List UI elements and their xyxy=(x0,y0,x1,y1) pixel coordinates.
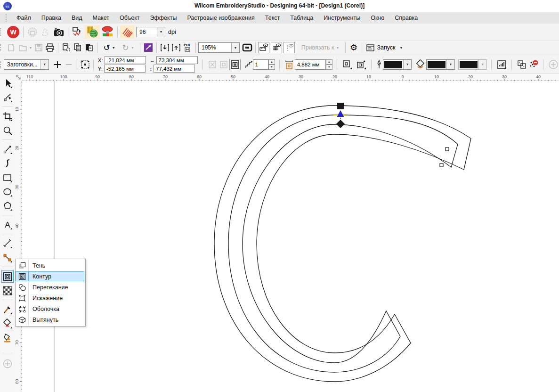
publish-pdf-button[interactable]: PDF xyxy=(182,42,193,53)
menu-text[interactable]: Текст xyxy=(260,12,285,24)
open-dropdown-arrow[interactable]: ▼ xyxy=(29,46,32,49)
horizontal-ruler[interactable]: 110100908070605040302010010203040 xyxy=(22,74,559,81)
contour-start-handle[interactable] xyxy=(337,103,344,109)
copy-button[interactable] xyxy=(72,42,83,53)
dpi-combobox[interactable]: 96 ▼ xyxy=(136,27,165,37)
presets-combobox[interactable]: Заготовки... ▼ xyxy=(4,59,49,70)
menu-effects[interactable]: Эффекты xyxy=(145,12,182,24)
property-bar-grip[interactable] xyxy=(0,61,2,68)
zoom-dropdown-arrow[interactable]: ▼ xyxy=(231,43,239,52)
tool-eyedropper[interactable] xyxy=(1,303,14,316)
tool-crop[interactable] xyxy=(1,110,14,122)
contour-steps-field[interactable]: 1 xyxy=(253,59,269,70)
launch-arrow[interactable]: ▼ xyxy=(400,46,403,49)
tool-freehand[interactable] xyxy=(1,143,14,155)
path-node-2[interactable] xyxy=(440,163,443,167)
outline-color-arrow[interactable]: ▼ xyxy=(403,60,411,69)
color-accent-button[interactable] xyxy=(143,42,154,53)
object-origin-button[interactable] xyxy=(80,59,91,70)
save-button[interactable] xyxy=(33,42,44,53)
x-position-field[interactable]: -21,824 мм xyxy=(105,56,146,64)
offset-down-arrow[interactable]: ▼ xyxy=(326,65,332,70)
tool-rectangle[interactable] xyxy=(1,171,14,184)
tool-polygon[interactable] xyxy=(1,199,14,212)
tool-fill[interactable] xyxy=(1,317,14,330)
flyout-item-shadow[interactable]: Тень xyxy=(16,260,85,271)
drawing-canvas[interactable] xyxy=(22,81,559,392)
object-height-field[interactable]: 77,432 мм xyxy=(154,65,195,73)
paste-special-button[interactable] xyxy=(61,42,72,53)
open-button[interactable]: ▼ xyxy=(17,42,33,53)
y-position-field[interactable]: -52,165 мм xyxy=(104,65,146,73)
tool-shape[interactable] xyxy=(1,91,14,104)
outline-color-swatch[interactable]: ▼ xyxy=(383,59,412,70)
object-width-field[interactable]: 73,304 мм xyxy=(156,56,198,64)
offset-direction-button[interactable] xyxy=(356,59,367,70)
bitmap-hatch-toggle[interactable] xyxy=(120,25,134,39)
contour-end-handle[interactable] xyxy=(336,120,345,128)
tool-transparency[interactable] xyxy=(1,284,14,297)
flyout-item-contour[interactable]: Контур xyxy=(16,271,85,282)
menu-help[interactable]: Справка xyxy=(389,12,423,24)
show-rulers-toggle[interactable] xyxy=(258,42,269,53)
fill-color-swatch[interactable]: ▼ xyxy=(426,59,455,70)
flyout-item-envelope[interactable]: Оболочка xyxy=(16,303,85,314)
digitize-shape-button[interactable] xyxy=(39,25,52,39)
machine-button[interactable] xyxy=(100,25,115,39)
flyout-item-blend[interactable]: Перетекание xyxy=(16,282,85,293)
clear-contour-button[interactable] xyxy=(527,59,539,70)
object-acceleration-button[interactable] xyxy=(496,59,507,70)
outside-contour-button[interactable] xyxy=(229,59,241,70)
c-letter-contour[interactable] xyxy=(228,115,458,372)
standard-toolbar-grip[interactable] xyxy=(0,44,2,51)
menu-view[interactable]: Вид xyxy=(66,12,88,24)
hoop-button[interactable] xyxy=(26,25,39,39)
corner-style-button[interactable] xyxy=(341,59,353,70)
steps-up-arrow[interactable]: ▲ xyxy=(268,59,275,65)
contour-offset-field[interactable]: 4,882 мм xyxy=(295,59,326,70)
tool-ellipse[interactable] xyxy=(1,185,14,198)
wilcom-toolbar-grip[interactable] xyxy=(0,28,2,36)
menu-table[interactable]: Таблица xyxy=(285,12,318,24)
copy-contour-properties-button[interactable] xyxy=(516,59,527,70)
ruler-origin-corner[interactable] xyxy=(15,74,22,81)
flyout-item-extrude[interactable]: Вытянуть xyxy=(16,314,85,325)
tool-pick[interactable] xyxy=(1,77,14,90)
show-guidelines-toggle[interactable] xyxy=(284,42,295,53)
wilcom-workspace-button[interactable]: W xyxy=(6,25,21,39)
convert-design-button[interactable] xyxy=(71,25,85,39)
presets-arrow[interactable]: ▼ xyxy=(41,60,49,69)
flyout-item-distort[interactable]: Искажение xyxy=(16,293,85,303)
print-button[interactable] xyxy=(44,42,56,53)
show-stitches-toggle[interactable] xyxy=(85,25,100,39)
menu-layout[interactable]: Макет xyxy=(88,12,114,24)
undo-button[interactable]: ↺ ▼ xyxy=(100,42,119,53)
tool-connector[interactable] xyxy=(1,251,14,264)
tool-smart-fill[interactable] xyxy=(1,331,14,344)
steps-down-arrow[interactable]: ▼ xyxy=(268,65,275,70)
paste-button[interactable] xyxy=(83,42,95,53)
menu-window[interactable]: Окно xyxy=(365,12,389,24)
contour-steps-spinner[interactable]: ▲▼ xyxy=(268,59,275,70)
contour-offset-spinner[interactable]: ▲▼ xyxy=(326,59,332,70)
path-node-1[interactable] xyxy=(446,147,449,151)
show-grid-toggle[interactable] xyxy=(271,42,282,53)
add-preset-button[interactable] xyxy=(52,59,63,70)
c-letter-outline[interactable] xyxy=(214,106,471,382)
tool-dimension[interactable] xyxy=(1,237,14,250)
offset-up-arrow[interactable]: ▲ xyxy=(326,59,332,65)
capture-button[interactable] xyxy=(52,25,65,39)
export-button[interactable] xyxy=(170,42,182,53)
undo-dropdown-arrow[interactable]: ▼ xyxy=(112,46,115,49)
menu-bitmaps[interactable]: Растровые изображения xyxy=(182,12,259,24)
zoom-level-combobox[interactable]: 195% ▼ xyxy=(198,42,240,53)
tool-contour[interactable] xyxy=(1,270,14,283)
dpi-dropdown-arrow[interactable]: ▼ xyxy=(157,27,165,37)
menu-tools[interactable]: Инструменты xyxy=(318,12,365,24)
contour-slider-handle[interactable] xyxy=(337,110,344,117)
redo-button[interactable]: ↻ ▼ xyxy=(119,42,138,53)
fill-color-arrow[interactable]: ▼ xyxy=(446,60,454,69)
options-button[interactable]: ⚙ xyxy=(348,42,359,53)
new-button[interactable] xyxy=(6,42,17,53)
menu-object[interactable]: Объект xyxy=(114,12,145,24)
